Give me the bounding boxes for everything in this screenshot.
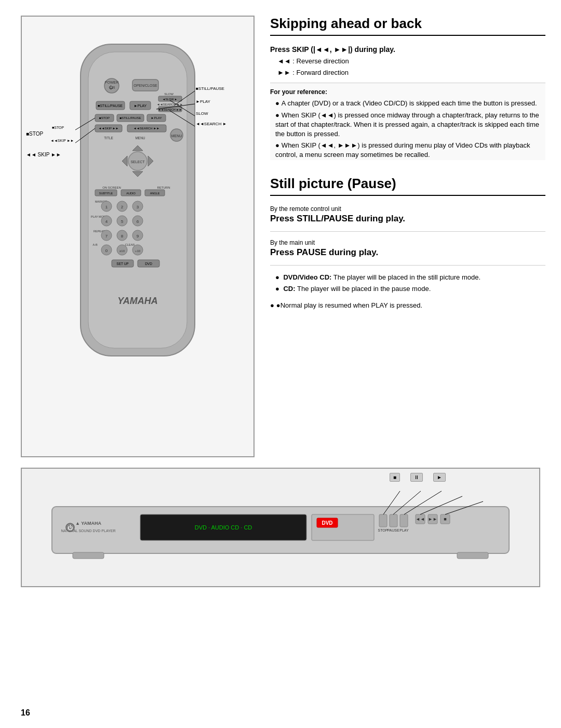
- svg-text:SUBTITLE: SUBTITLE: [99, 192, 113, 195]
- press-skip-label: Press SKIP (|◄◄, ►►|) during play.: [270, 45, 545, 54]
- svg-text:POWER: POWER: [105, 81, 118, 84]
- svg-rect-111: [73, 552, 104, 559]
- cd-bullet: CD: The player will be placed in the pau…: [275, 284, 545, 294]
- svg-text:◄◄SKIP ►►: ◄◄SKIP ►►: [50, 139, 74, 142]
- svg-text:≥10: ≥10: [119, 249, 125, 253]
- ref-title: For your reference:: [270, 88, 545, 96]
- svg-text:TITLE: TITLE: [104, 136, 113, 140]
- normal-play-note: ●Normal play is resumed when PLAY is pre…: [270, 301, 545, 310]
- svg-text:0: 0: [105, 248, 108, 253]
- svg-text:DVD: DVD: [322, 520, 332, 526]
- svg-text:4: 4: [105, 219, 108, 224]
- svg-text:RETURN: RETURN: [157, 186, 170, 189]
- divider-2: [270, 265, 545, 266]
- svg-text:MENU: MENU: [171, 134, 182, 138]
- svg-text:ON SCREEN: ON SCREEN: [102, 186, 121, 189]
- svg-text:◄◄SEARCH ►►: ◄◄SEARCH ►►: [157, 103, 183, 106]
- left-annotation-stop: ■STOP: [26, 131, 43, 137]
- svg-text:7: 7: [105, 234, 108, 239]
- svg-text:SELECT: SELECT: [130, 160, 145, 164]
- svg-text:■STILL/PAUSE: ■STILL/PAUSE: [119, 116, 141, 120]
- still-section: Still picture (Pause) By the remote cont…: [270, 176, 545, 311]
- reference-block: For your reference: A chapter (DVD) or a…: [270, 83, 545, 160]
- svg-text:CLEAR: CLEAR: [125, 243, 135, 246]
- page-container: ■STILL/PAUSE ►PLAY SLOW ◄SLOW ► ◄◄SEARCH…: [0, 0, 561, 728]
- svg-text:◄◄SEARCH ►►: ◄◄SEARCH ►►: [196, 122, 226, 126]
- svg-text:⏻/I: ⏻/I: [109, 85, 115, 90]
- svg-text:9: 9: [137, 234, 139, 239]
- svg-text:PAUSE: PAUSE: [387, 528, 399, 532]
- svg-text:5: 5: [121, 219, 124, 224]
- svg-text:A-B: A-B: [92, 243, 98, 246]
- svg-text:SET UP: SET UP: [116, 262, 128, 266]
- remote-svg-container: ■STILL/PAUSE ►PLAY SLOW ◄SLOW ► ◄◄SEARCH…: [22, 17, 253, 456]
- svg-text:►PLAY: ►PLAY: [134, 104, 147, 108]
- svg-rect-99: [400, 514, 408, 527]
- reference-bullets: A chapter (DVD) or a track (Video CD/CD)…: [275, 99, 545, 160]
- svg-text:DVD: DVD: [145, 262, 152, 266]
- svg-text:DVD · AUDIO CD · CD: DVD · AUDIO CD · CD: [195, 524, 252, 531]
- svg-text:►PLAY: ►PLAY: [151, 116, 162, 120]
- svg-text:⏻: ⏻: [68, 525, 73, 531]
- svg-text:■STOP: ■STOP: [52, 126, 64, 129]
- dvd-video-cd-bullet: DVD/Video CD: The player will be placed …: [275, 273, 545, 282]
- press-pause: Press PAUSE during play.: [270, 247, 545, 258]
- svg-text:1: 1: [105, 205, 108, 209]
- reverse-direction: ◄◄ : Reverse direction: [270, 57, 545, 66]
- svg-text:◄◄SKIP ►►: ◄◄SKIP ►►: [99, 127, 119, 130]
- left-annotation-skip: ◄◄ SKIP ►►: [26, 152, 61, 157]
- forward-direction: ►► : Forward direction: [270, 68, 545, 77]
- main-unit-label: By the main unit: [270, 239, 545, 246]
- svg-text:▲ YAMAHA: ▲ YAMAHA: [75, 521, 101, 526]
- svg-rect-112: [457, 552, 488, 559]
- player-button-labels: ■ ⏸ ►: [390, 473, 446, 482]
- svg-text:AUDIO: AUDIO: [126, 192, 136, 195]
- svg-text:MENU: MENU: [135, 136, 145, 140]
- still-bullets: DVD/Video CD: The player will be placed …: [275, 273, 545, 294]
- svg-text:PLAY: PLAY: [399, 528, 409, 532]
- svg-text:SLOW: SLOW: [196, 111, 208, 116]
- svg-text:SLOW: SLOW: [164, 92, 173, 96]
- press-still-pause: Press STILL/PAUSE during play.: [270, 214, 545, 224]
- svg-text:OPEN/CLOSE: OPEN/CLOSE: [133, 84, 157, 87]
- svg-text:◄◄SEARCH ►►: ◄◄SEARCH ►►: [133, 127, 159, 130]
- svg-text:◄◄: ◄◄: [416, 517, 425, 522]
- bullet-1: A chapter (DVD) or a track (Video CD/CD)…: [275, 99, 545, 108]
- svg-text:■STILL/PAUSE: ■STILL/PAUSE: [98, 104, 123, 108]
- svg-text:YAMAHA: YAMAHA: [117, 296, 158, 306]
- section2-title: Still picture (Pause): [270, 176, 545, 196]
- svg-rect-98: [390, 514, 397, 527]
- bullet-2: When SKIP (◄◄) is pressed once midway th…: [275, 111, 545, 139]
- svg-rect-97: [379, 514, 387, 527]
- svg-text:2: 2: [121, 205, 124, 209]
- section1-title: Skipping ahead or back: [270, 16, 545, 36]
- svg-text:■STOP: ■STOP: [99, 116, 110, 120]
- bullet-3: When SKIP (◄◄, ►►►) is pressed during me…: [275, 141, 545, 160]
- svg-text:ANGLE: ANGLE: [150, 192, 160, 195]
- svg-text:3: 3: [137, 205, 139, 209]
- remote-control-label: By the remote control unit: [270, 205, 545, 213]
- svg-text:8: 8: [121, 234, 124, 239]
- svg-text:■: ■: [444, 517, 446, 522]
- page-number: 16: [21, 708, 30, 718]
- svg-text:►PLAY: ►PLAY: [196, 99, 210, 104]
- left-panel: ■STILL/PAUSE ►PLAY SLOW ◄SLOW ► ◄◄SEARCH…: [21, 16, 255, 457]
- svg-text:■STILL/PAUSE: ■STILL/PAUSE: [196, 86, 224, 91]
- right-content: Skipping ahead or back Press SKIP (|◄◄, …: [270, 16, 545, 312]
- bottom-panel: DVD · AUDIO CD · CD DVD STOP PAUSE PLAY …: [21, 468, 540, 587]
- svg-text:+10: +10: [135, 249, 141, 253]
- divider-1: [270, 231, 545, 232]
- svg-text:STOP: STOP: [378, 528, 388, 532]
- svg-text:►►: ►►: [428, 517, 437, 522]
- svg-text:6: 6: [137, 219, 139, 224]
